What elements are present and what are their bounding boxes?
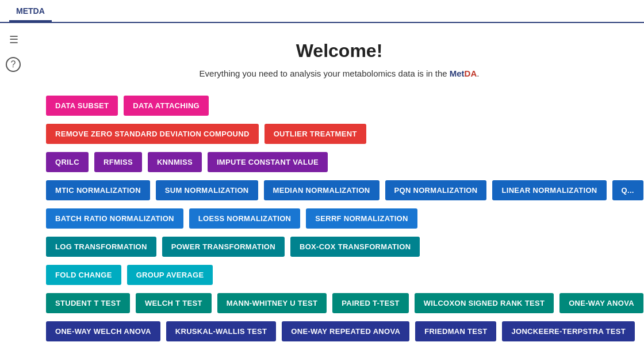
button-row-8: ONE-WAY WELCH ANOVAKRUSKAL-WALLIS TESTON… xyxy=(46,321,632,341)
button-container: DATA SUBSETDATA ATTACHINGREMOVE ZERO STA… xyxy=(46,96,632,341)
help-icon[interactable]: ? xyxy=(6,57,21,72)
welcome-subtitle: Everything you need to analysis your met… xyxy=(46,69,632,78)
btn-batch-ratio-normalization[interactable]: BATCH RATIO NORMALIZATION xyxy=(46,208,183,229)
btn-mann-whitney-u-test[interactable]: MANN-WHITNEY U TEST xyxy=(217,293,327,313)
btn-impute-constant-value[interactable]: IMPUTE CONSTANT VALUE xyxy=(208,152,328,172)
subtitle-end: . xyxy=(477,69,479,78)
welcome-title: Welcome! xyxy=(46,40,632,62)
subtitle-start: Everything you need to analysis your met… xyxy=(200,69,450,78)
brand-met: Met xyxy=(450,69,465,78)
sidebar: ☰ ? xyxy=(6,32,22,72)
btn-data-attaching[interactable]: DATA ATTACHING xyxy=(124,96,209,116)
btn-wilcoxon-signed-rank-test[interactable]: WILCOXON SIGNED RANK TEST xyxy=(415,293,554,313)
btn-sum-normalization[interactable]: SUM NORMALIZATION xyxy=(156,180,258,200)
brand-da: DA xyxy=(465,69,477,78)
btn-one-way-anova[interactable]: ONE-WAY ANOVA xyxy=(559,293,643,313)
btn-data-subset[interactable]: DATA SUBSET xyxy=(46,96,118,116)
menu-icon[interactable]: ☰ xyxy=(6,32,22,48)
btn-one-way-repeated-anova[interactable]: ONE-WAY REPEATED ANOVA xyxy=(282,321,409,341)
button-row-1: REMOVE ZERO STANDARD DEVIATION COMPOUNDO… xyxy=(46,124,632,144)
btn-q...[interactable]: Q... xyxy=(612,180,643,200)
btn-outlier-treatment[interactable]: OUTLIER TREATMENT xyxy=(264,124,366,144)
nav-tab-metda[interactable]: METDA xyxy=(9,2,52,22)
btn-box-cox-transformation[interactable]: BOX-COX TRANSFORMATION xyxy=(290,237,420,257)
btn-mtic-normalization[interactable]: MTIC NORMALIZATION xyxy=(46,180,150,200)
btn-jonckeere-terpstra-test[interactable]: JONCKEERE-TERPSTRA TEST xyxy=(502,321,635,341)
button-row-2: QRILCRFMISSKNNMISSIMPUTE CONSTANT VALUE xyxy=(46,152,632,172)
btn-power-transformation[interactable]: POWER TRANSFORMATION xyxy=(162,237,285,257)
btn-group-average[interactable]: GROUP AVERAGE xyxy=(127,265,213,285)
btn-pqn-normalization[interactable]: PQN NORMALIZATION xyxy=(385,180,487,200)
button-row-6: FOLD CHANGEGROUP AVERAGE xyxy=(46,265,632,285)
btn-remove-zero-standard-deviation-compound[interactable]: REMOVE ZERO STANDARD DEVIATION COMPOUND xyxy=(46,124,259,144)
btn-fold-change[interactable]: FOLD CHANGE xyxy=(46,265,121,285)
btn-log-transformation[interactable]: LOG TRANSFORMATION xyxy=(46,237,156,257)
btn-student-t-test[interactable]: STUDENT T TEST xyxy=(46,293,130,313)
button-row-0: DATA SUBSETDATA ATTACHING xyxy=(46,96,632,116)
btn-kruskal-wallis-test[interactable]: KRUSKAL-WALLIS TEST xyxy=(166,321,277,341)
top-nav: METDA xyxy=(0,0,644,23)
btn-one-way-welch-anova[interactable]: ONE-WAY WELCH ANOVA xyxy=(46,321,160,341)
main-content: Welcome! Everything you need to analysis… xyxy=(34,23,644,361)
button-row-7: STUDENT T TESTWELCH T TESTMANN-WHITNEY U… xyxy=(46,293,632,313)
button-row-5: LOG TRANSFORMATIONPOWER TRANSFORMATIONBO… xyxy=(46,237,632,257)
btn-qrilc[interactable]: QRILC xyxy=(46,152,89,172)
btn-knnmiss[interactable]: KNNMISS xyxy=(148,152,202,172)
btn-welch-t-test[interactable]: WELCH T TEST xyxy=(136,293,212,313)
btn-rfmiss[interactable]: RFMISS xyxy=(94,152,142,172)
btn-median-normalization[interactable]: MEDIAN NORMALIZATION xyxy=(264,180,379,200)
btn-serrf-normalization[interactable]: SERRF NORMALIZATION xyxy=(306,208,417,229)
button-row-4: BATCH RATIO NORMALIZATIONLOESS NORMALIZA… xyxy=(46,208,632,229)
btn-paired-t-test[interactable]: PAIRED T-TEST xyxy=(332,293,408,313)
btn-linear-normalization[interactable]: LINEAR NORMALIZATION xyxy=(492,180,606,200)
btn-loess-normalization[interactable]: LOESS NORMALIZATION xyxy=(189,208,300,229)
btn-friedman-test[interactable]: FRIEDMAN TEST xyxy=(415,321,496,341)
button-row-3: MTIC NORMALIZATIONSUM NORMALIZATIONMEDIA… xyxy=(46,180,632,200)
